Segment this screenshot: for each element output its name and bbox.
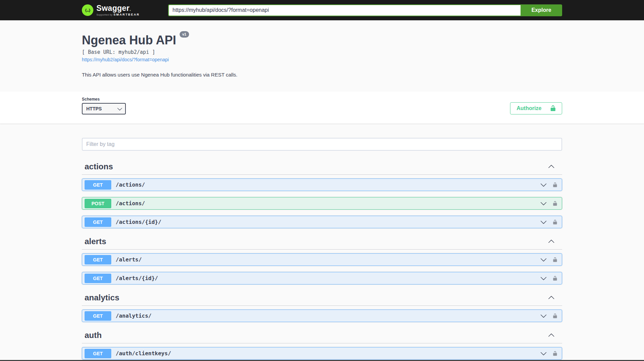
version-badge: v1 xyxy=(180,31,189,38)
chevron-down-icon[interactable] xyxy=(540,256,547,263)
swagger-logo-icon: {…} xyxy=(82,4,93,16)
api-tag-section: alerts GET /alerts/ GET /alerts/{id}/ xyxy=(82,237,562,284)
api-tag-section: analytics GET /analytics/ xyxy=(82,293,562,322)
section-header[interactable]: auth xyxy=(82,331,562,343)
section-header[interactable]: analytics xyxy=(82,293,562,306)
operation-row[interactable]: GET /alerts/ xyxy=(82,253,562,266)
method-badge: GET xyxy=(85,274,111,283)
operation-path: /actions/{id}/ xyxy=(116,219,540,225)
schemes-select[interactable]: HTTPS xyxy=(82,103,126,114)
chevron-up-icon[interactable] xyxy=(548,238,555,245)
spec-link[interactable]: https://myhub2/api/docs/?format=openapi xyxy=(82,57,169,62)
operation-row[interactable]: GET /analytics/ xyxy=(82,310,562,322)
operation-path: /actions/ xyxy=(116,200,540,207)
chevron-down-icon[interactable] xyxy=(540,350,547,357)
unlock-icon[interactable] xyxy=(552,182,558,188)
operation-path: /alerts/ xyxy=(116,256,540,263)
scheme-container: Schemes HTTPS Authorize xyxy=(0,91,644,124)
swagger-brand-text: Swagger. xyxy=(96,4,140,12)
operation-row[interactable]: POST /actions/ xyxy=(82,197,562,210)
unlock-icon[interactable] xyxy=(552,219,558,226)
method-badge: GET xyxy=(85,349,111,358)
explore-button[interactable]: Explore xyxy=(521,4,562,16)
method-badge: GET xyxy=(85,217,111,227)
api-info-section: Ngenea Hub APIv1 [ Base URL: myhub2/api … xyxy=(0,20,644,91)
api-title: Ngenea Hub APIv1 xyxy=(82,33,562,47)
unlock-icon[interactable] xyxy=(552,256,558,263)
section-title: analytics xyxy=(85,293,119,302)
section-rows: GET /auth/clientkeys/ xyxy=(82,347,562,360)
operation-row[interactable]: GET /actions/ xyxy=(82,178,562,191)
unlock-icon[interactable] xyxy=(552,275,558,282)
method-badge: GET xyxy=(85,180,111,190)
sections-container: actions GET /actions/ POST /actions/ GET… xyxy=(82,162,562,360)
unlock-icon xyxy=(550,105,556,112)
operation-row[interactable]: GET /actions/{id}/ xyxy=(82,216,562,228)
spec-url-form: Explore xyxy=(168,4,562,16)
chevron-down-icon[interactable] xyxy=(540,275,547,282)
spec-url-input[interactable] xyxy=(168,4,521,16)
section-title: actions xyxy=(85,162,113,171)
chevron-up-icon[interactable] xyxy=(548,294,555,301)
unlock-icon[interactable] xyxy=(552,200,558,207)
chevron-down-icon[interactable] xyxy=(540,313,547,319)
authorize-button[interactable]: Authorize xyxy=(510,102,562,114)
method-badge: GET xyxy=(85,311,111,321)
section-header[interactable]: actions xyxy=(82,162,562,175)
filter-by-tag-input[interactable] xyxy=(82,138,562,151)
section-title: alerts xyxy=(85,237,106,246)
operation-path: /analytics/ xyxy=(116,313,540,319)
chevron-up-icon[interactable] xyxy=(548,332,555,339)
unlock-icon[interactable] xyxy=(552,313,558,319)
unlock-icon[interactable] xyxy=(552,350,558,357)
chevron-down-icon[interactable] xyxy=(540,219,547,226)
base-url: [ Base URL: myhub2/api ] xyxy=(82,49,562,55)
chevron-down-icon[interactable] xyxy=(540,200,547,207)
section-rows: GET /alerts/ GET /alerts/{id}/ xyxy=(82,253,562,284)
schemes-group: Schemes HTTPS xyxy=(82,97,126,114)
operation-path: /alerts/{id}/ xyxy=(116,275,540,281)
operation-path: /actions/ xyxy=(116,182,540,188)
api-tag-section: auth GET /auth/clientkeys/ xyxy=(82,331,562,360)
chevron-up-icon[interactable] xyxy=(548,163,555,170)
chevron-down-icon xyxy=(117,106,122,113)
operation-row[interactable]: GET /auth/clientkeys/ xyxy=(82,347,562,360)
api-tag-section: actions GET /actions/ POST /actions/ GET… xyxy=(82,162,562,228)
section-title: auth xyxy=(85,331,102,340)
schemes-selected-value: HTTPS xyxy=(86,106,102,111)
section-header[interactable]: alerts xyxy=(82,237,562,250)
method-badge: POST xyxy=(85,199,111,208)
topbar: {…} Swagger. Supported bySMARTBEAR Explo… xyxy=(0,0,644,20)
operation-row[interactable]: GET /alerts/{id}/ xyxy=(82,272,562,284)
swagger-brand-dot: . xyxy=(130,6,131,12)
smartbear-byline: Supported bySMARTBEAR xyxy=(96,13,140,16)
method-badge: GET xyxy=(85,255,111,264)
swagger-logo[interactable]: {…} Swagger. Supported bySMARTBEAR xyxy=(82,4,140,16)
authorize-label: Authorize xyxy=(516,105,542,111)
schemes-label: Schemes xyxy=(82,97,126,102)
section-rows: GET /actions/ POST /actions/ GET /action… xyxy=(82,178,562,228)
operation-path: /auth/clientkeys/ xyxy=(116,350,540,357)
section-rows: GET /analytics/ xyxy=(82,310,562,322)
operations-area: actions GET /actions/ POST /actions/ GET… xyxy=(0,124,644,360)
chevron-down-icon[interactable] xyxy=(540,182,547,188)
api-description: This API allows users use Ngenea Hub fun… xyxy=(82,72,562,78)
